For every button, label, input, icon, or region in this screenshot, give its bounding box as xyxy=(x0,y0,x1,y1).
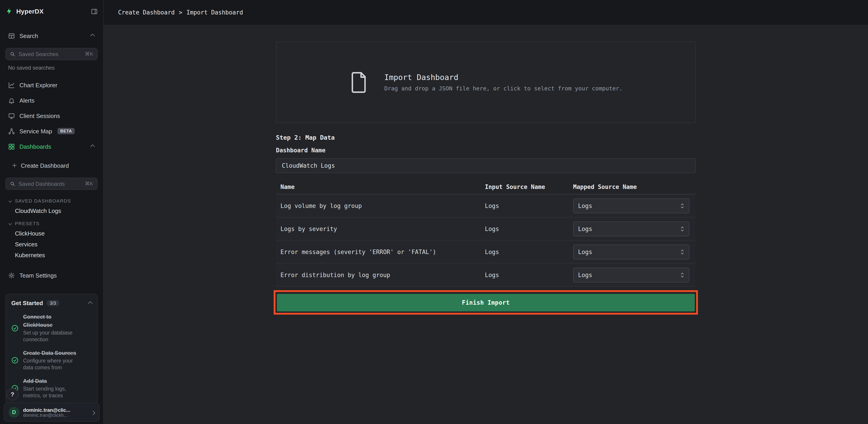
user-email: dominic.tran@clickh... xyxy=(23,413,70,418)
mapped-source-value: Logs xyxy=(578,202,592,209)
beta-badge: BETA xyxy=(58,128,75,134)
saved-dashboards-input[interactable]: Saved Dashboards ⌘K xyxy=(5,177,98,190)
get-started-item-title: Add Data xyxy=(23,378,47,384)
sidebar-item-chart-explorer[interactable]: Chart Explorer xyxy=(5,77,98,93)
finish-import-button[interactable]: Finish Import xyxy=(277,294,695,312)
get-started-header[interactable]: Get Started 3/3 xyxy=(11,299,92,307)
brand-row: HyperDX xyxy=(5,4,98,18)
file-icon xyxy=(349,71,368,94)
saved-searches-placeholder: Saved Searches xyxy=(19,51,58,57)
sidebar-item-alerts[interactable]: Alerts xyxy=(5,93,98,108)
mapped-source-select[interactable]: Logs xyxy=(573,244,689,259)
select-updown-icon xyxy=(680,272,684,278)
user-menu[interactable]: D dominic.tran@clic... dominic.tran@clic… xyxy=(4,403,99,422)
sidebar-item-services[interactable]: Services xyxy=(5,239,98,250)
presets-section-header[interactable]: PRESETS xyxy=(5,219,98,228)
presets-section-label: PRESETS xyxy=(15,221,39,226)
saved-searches-shortcut: ⌘K xyxy=(85,51,93,57)
mapped-source-select[interactable]: Logs xyxy=(573,221,689,236)
breadcrumb-create-dashboard[interactable]: Create Dashboard xyxy=(118,9,175,16)
sidebar-item-kubernetes[interactable]: Kubernetes xyxy=(5,250,98,260)
mapped-source-select[interactable]: Logs xyxy=(573,198,689,213)
get-started-item-add-data[interactable]: Add Data Start sending logs, metrics, or… xyxy=(11,377,92,399)
import-dropzone[interactable]: Import Dashboard Drag and drop a JSON fi… xyxy=(276,41,696,123)
input-source-cell: Logs xyxy=(480,202,568,209)
chart-icon xyxy=(8,81,15,88)
input-source-cell: Logs xyxy=(480,249,568,255)
saved-dashboards-section-header[interactable]: SAVED DASHBOARDS xyxy=(5,196,98,205)
sidebar-item-dashboards[interactable]: Dashboards xyxy=(5,139,98,154)
dropzone-subtitle: Drag and drop a JSON file here, or click… xyxy=(384,85,623,92)
sidebar-item-clickhouse[interactable]: ClickHouse xyxy=(5,228,98,239)
saved-searches-input[interactable]: Saved Searches ⌘K xyxy=(5,48,98,60)
table-row: Error messages (severity 'ERROR' or 'FAT… xyxy=(276,240,696,264)
kubernetes-label: Kubernetes xyxy=(15,252,45,258)
sidebar-item-search[interactable]: Search xyxy=(5,29,98,42)
magnifier-icon xyxy=(10,51,16,57)
main-area: Create Dashboard > Import Dashboard Impo… xyxy=(103,0,868,424)
breadcrumb: Create Dashboard > Import Dashboard xyxy=(103,0,868,25)
service-map-label: Service Map xyxy=(20,128,52,134)
chevron-up-icon xyxy=(91,145,95,148)
saved-dashboards-placeholder: Saved Dashboards xyxy=(19,181,65,187)
no-saved-searches-text: No saved searches xyxy=(8,65,98,73)
get-started-item-title: Create Data Sources xyxy=(23,350,76,356)
dashboards-grid-icon xyxy=(8,143,15,150)
hyperdx-logo-icon xyxy=(5,8,13,15)
get-started-item-desc: Set up your database connection xyxy=(23,329,80,343)
source-mapping-table: Name Input Source Name Mapped Source Nam… xyxy=(276,180,696,287)
check-circle-icon xyxy=(11,349,19,371)
bell-icon xyxy=(8,97,15,104)
saved-dashboards-shortcut: ⌘K xyxy=(85,181,93,187)
client-sessions-label: Client Sessions xyxy=(20,112,60,119)
sidebar-item-client-sessions[interactable]: Client Sessions xyxy=(5,108,98,123)
get-started-item-connect[interactable]: Connect to ClickHouse Set up your databa… xyxy=(11,312,92,343)
brand-name: HyperDX xyxy=(16,8,44,15)
input-source-cell: Logs xyxy=(480,225,568,232)
avatar: D xyxy=(9,407,20,418)
col-header-name: Name xyxy=(276,183,480,190)
sidebar-item-cloudwatch-logs[interactable]: CloudWatch Logs xyxy=(5,205,98,216)
get-started-progress-badge: 3/3 xyxy=(46,300,59,306)
select-updown-icon xyxy=(680,226,684,232)
chart-name-cell: Log volume by log group xyxy=(276,202,480,209)
chevron-up-icon xyxy=(91,34,95,37)
app-window: HyperDX Search Saved Searches ⌘K No xyxy=(0,0,868,424)
chevron-down-icon xyxy=(9,222,12,225)
breadcrumb-separator: > xyxy=(179,9,182,16)
mapped-source-value: Logs xyxy=(578,225,592,232)
clickhouse-label: ClickHouse xyxy=(15,230,45,237)
search-section-label: Search xyxy=(20,32,38,39)
get-started-item-sources[interactable]: Create Data Sources Configure where your… xyxy=(11,349,92,371)
services-label: Services xyxy=(15,241,37,248)
chevron-up-icon xyxy=(89,299,92,307)
sidebar-item-service-map[interactable]: Service Map BETA xyxy=(5,123,98,139)
sidebar-collapse-icon[interactable] xyxy=(91,8,98,15)
mapped-source-value: Logs xyxy=(578,271,592,278)
create-dashboard-button[interactable]: Create Dashboard xyxy=(5,159,98,172)
chart-name-cell: Error messages (severity 'ERROR' or 'FAT… xyxy=(276,249,480,255)
col-header-input-source: Input Source Name xyxy=(480,183,568,190)
get-started-item-desc: Configure where your data comes from xyxy=(23,358,80,371)
team-settings-label: Team Settings xyxy=(20,272,57,279)
sidebar: HyperDX Search Saved Searches ⌘K No xyxy=(0,0,103,424)
help-button[interactable]: ? xyxy=(6,388,19,400)
dashboard-name-input[interactable] xyxy=(276,158,696,173)
table-header-row: Name Input Source Name Mapped Source Nam… xyxy=(276,180,696,194)
sidebar-nav: Chart Explorer Alerts Client Sessions xyxy=(5,77,98,154)
select-updown-icon xyxy=(680,249,684,255)
sidebar-item-team-settings[interactable]: Team Settings xyxy=(5,268,98,282)
step-heading: Step 2: Map Data xyxy=(276,134,696,141)
check-circle-icon xyxy=(11,313,19,343)
chart-name-cell: Error distribution by log group xyxy=(276,271,480,278)
breadcrumb-import-dashboard[interactable]: Import Dashboard xyxy=(186,9,243,16)
chart-explorer-label: Chart Explorer xyxy=(20,81,57,88)
mapped-source-select[interactable]: Logs xyxy=(573,267,689,282)
plus-icon xyxy=(12,163,17,168)
alerts-label: Alerts xyxy=(20,97,34,104)
chevron-down-icon xyxy=(9,199,12,202)
cloudwatch-logs-label: CloudWatch Logs xyxy=(15,207,61,214)
input-source-cell: Logs xyxy=(480,271,568,278)
search-section-icon xyxy=(8,32,15,39)
chevron-right-icon xyxy=(91,408,95,416)
